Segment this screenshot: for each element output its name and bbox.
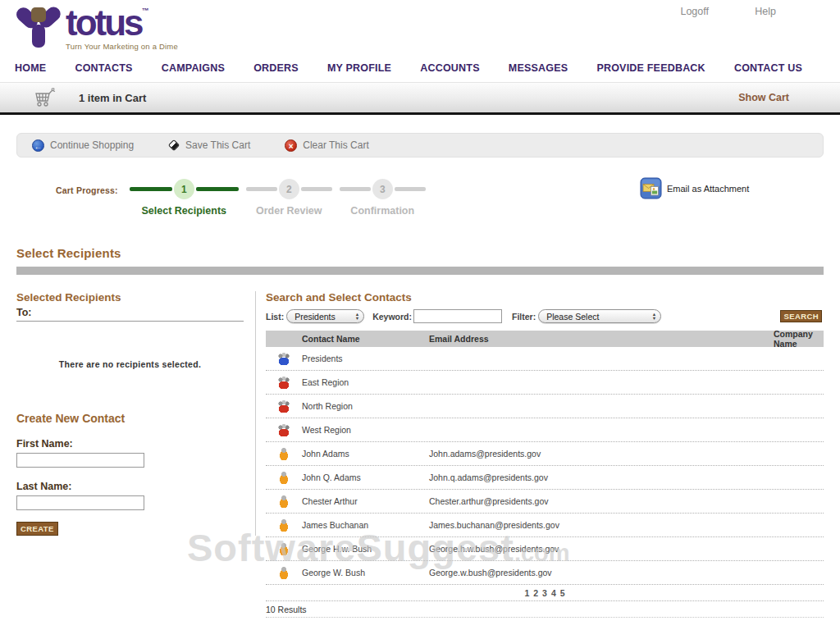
page-number-link[interactable]: 1: [524, 588, 529, 598]
select-stepper-icon: ▲▼: [652, 313, 656, 320]
table-row[interactable]: North Region: [266, 395, 824, 418]
save-icon: [168, 139, 180, 151]
table-row[interactable]: West Region: [266, 418, 824, 442]
table-row[interactable]: John Adams John.adams@presidents.gov: [266, 442, 824, 466]
contact-type-icon: [277, 352, 290, 365]
filter-select[interactable]: Please Select ▲▼: [538, 309, 661, 323]
nav-item[interactable]: CONTACT US: [734, 62, 802, 74]
page-number-link[interactable]: 2: [533, 588, 538, 598]
header: totus™ Turn Your Marketing on a Dime Log…: [0, 0, 840, 57]
cell-contact-name: Presidents: [302, 354, 429, 363]
cell-contact-name: Chester Arthur: [302, 496, 429, 506]
table-row[interactable]: George W. Bush George.w.bush@presidents.…: [266, 561, 824, 585]
step-number: 2: [279, 179, 299, 199]
contact-type-icon: [277, 423, 290, 436]
logoff-link[interactable]: Logoff: [680, 6, 709, 17]
cell-email-address: James.buchanan@presidents.gov: [429, 520, 675, 530]
nav-item[interactable]: ACCOUNTS: [420, 62, 479, 74]
page-number-link[interactable]: 4: [551, 588, 556, 598]
step-label: Order Review: [256, 205, 322, 217]
page: totus™ Turn Your Marketing on a Dime Log…: [0, 0, 840, 630]
back-arrow-icon: ←: [32, 139, 44, 152]
results-count: 10 Results: [266, 601, 824, 618]
last-name-field[interactable]: [16, 495, 144, 510]
nav-item[interactable]: ORDERS: [253, 62, 299, 74]
search-button[interactable]: SEARCH: [780, 310, 822, 322]
to-underline: [16, 321, 244, 322]
nav-item[interactable]: CAMPAIGNS: [162, 62, 225, 74]
cell-contact-name: North Region: [302, 401, 429, 411]
cell-contact-name: John Adams: [302, 449, 429, 459]
clear-cart-button[interactable]: × Clear This Cart: [285, 139, 368, 152]
cell-email-address: George.h.w.bush@presidents.gov: [429, 544, 675, 554]
contact-type-icon: [277, 399, 290, 413]
no-recipients-message: There are no recipients selected.: [16, 359, 244, 369]
progress-step-3: 3 Confirmation: [340, 179, 426, 217]
clear-x-icon: ×: [285, 139, 297, 152]
email-as-attachment-button[interactable]: Email as Attachment: [640, 177, 749, 199]
trademark-symbol: ™: [142, 7, 149, 15]
step-number: 3: [372, 179, 393, 199]
to-label: To:: [16, 307, 244, 318]
filter-label: Filter:: [512, 312, 536, 322]
show-cart-link[interactable]: Show Cart: [738, 92, 789, 103]
logo-wordmark: totus: [66, 2, 142, 43]
step-label: Select Recipients: [141, 205, 226, 217]
progress-step-2: 2 Order Review: [246, 179, 332, 217]
continue-shopping-button[interactable]: ← Continue Shopping: [32, 139, 134, 152]
contact-type-icon: [277, 566, 290, 579]
totus-logo[interactable]: totus™ Turn Your Marketing on a Dime: [15, 5, 178, 51]
main-nav: HOMECONTACTSCAMPAIGNSORDERSMY PROFILEACC…: [0, 57, 840, 82]
nav-item[interactable]: CONTACTS: [75, 62, 132, 74]
save-cart-button[interactable]: Save This Cart: [168, 139, 250, 151]
table-row[interactable]: Presidents: [266, 347, 824, 371]
progress-step-1: 1 Select Recipients: [130, 179, 239, 217]
selected-recipients-panel: Selected Recipients To: There are no rec…: [16, 291, 256, 536]
help-link[interactable]: Help: [755, 6, 776, 17]
nav-item[interactable]: MY PROFILE: [327, 62, 391, 74]
nav-item[interactable]: HOME: [15, 62, 46, 74]
cell-contact-name: George W. Bush: [302, 568, 429, 578]
cell-email-address: John.adams@presidents.gov: [429, 449, 675, 459]
create-button[interactable]: CREATE: [16, 522, 58, 536]
keyword-input[interactable]: [413, 309, 502, 323]
list-select[interactable]: Presidents ▲▼: [286, 309, 364, 323]
contact-type-icon: [277, 471, 290, 484]
contact-type-icon: [277, 542, 290, 555]
table-row[interactable]: Chester Arthur Chester.arthur@presidents…: [266, 490, 824, 514]
page-number-link[interactable]: 3: [542, 588, 547, 598]
cell-contact-name: East Region: [302, 377, 429, 387]
step-label: Confirmation: [350, 205, 414, 217]
table-header: Contact Name Email Address Company Name: [266, 331, 824, 347]
table-row[interactable]: George H.w. Bush George.h.w.bush@preside…: [266, 537, 824, 561]
search-select-panel: Search and Select Contacts List: Preside…: [256, 291, 824, 618]
cell-contact-name: John Q. Adams: [302, 472, 429, 482]
cell-email-address: John.q.adams@presidents.gov: [429, 472, 675, 482]
totus-logo-icon: [15, 5, 62, 51]
cart-progress-label: Cart Progress:: [56, 185, 118, 195]
create-contact-title: Create New Contact: [16, 412, 244, 425]
nav-item[interactable]: PROVIDE FEEDBACK: [596, 62, 705, 74]
table-row[interactable]: John Q. Adams John.q.adams@presidents.go…: [266, 466, 824, 490]
cell-contact-name: West Region: [302, 425, 429, 435]
cart-toolbar: ← Continue Shopping Save This Cart × Cle…: [16, 133, 824, 158]
list-label: List:: [266, 312, 284, 322]
contacts-table: Contact Name Email Address Company Name …: [266, 331, 824, 618]
selected-recipients-title: Selected Recipients: [16, 291, 244, 304]
contact-type-icon: [277, 495, 290, 508]
col-email-address: Email Address: [429, 334, 675, 344]
nav-item[interactable]: MESSAGES: [509, 62, 568, 74]
page-number-link[interactable]: 5: [560, 588, 565, 598]
table-row[interactable]: East Region: [266, 371, 824, 395]
table-row[interactable]: James Buchanan James.buchanan@presidents…: [266, 514, 824, 537]
search-contacts-title: Search and Select Contacts: [266, 291, 824, 304]
content-columns: Selected Recipients To: There are no rec…: [16, 291, 824, 618]
contact-type-icon: [277, 518, 290, 532]
cell-email-address: George.w.bush@presidents.gov: [429, 568, 675, 578]
pagination: 12345: [266, 585, 824, 601]
col-company-name: Company Name: [675, 329, 824, 349]
cart-item-count: 1 item in Cart: [79, 92, 146, 104]
logo-tagline: Turn Your Marketing on a Dime: [66, 42, 178, 51]
search-controls: List: Presidents ▲▼ Keyword: Filter: Ple…: [266, 309, 824, 323]
first-name-field[interactable]: [16, 453, 144, 468]
